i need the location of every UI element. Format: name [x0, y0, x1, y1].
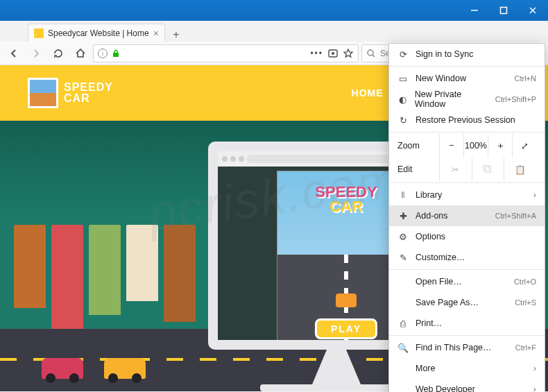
menu-new-private[interactable]: ◐New Private WindowCtrl+Shift+P [389, 89, 545, 110]
svg-rect-1 [501, 8, 507, 14]
print-icon: ⎙ [397, 318, 409, 329]
window-minimize-button[interactable] [465, 3, 484, 17]
brush-icon: ✎ [397, 253, 409, 263]
window-close-button[interactable] [523, 3, 542, 17]
lock-icon [112, 49, 120, 58]
forward-button[interactable] [26, 44, 46, 63]
menu-restore-session[interactable]: ↻Restore Previous Session [389, 110, 545, 130]
zoom-label: Zoom [397, 141, 439, 151]
nav-home[interactable]: HOME [352, 87, 384, 99]
page-actions-icon[interactable]: ••• [310, 49, 323, 58]
menu-zoom: Zoom − 100% ＋ ⤢ [389, 134, 545, 157]
app-menu: ⟳Sign in to Sync ▭New WindowCtrl+N ◐New … [388, 43, 545, 392]
car-icon [42, 358, 83, 379]
tab-favicon [34, 28, 44, 38]
menu-addons[interactable]: ✚Add-onsCtrl+Shift+A [389, 205, 545, 226]
menu-save-page[interactable]: Save Page As…Ctrl+S [389, 292, 545, 313]
menu-print[interactable]: ⎙Print… [389, 313, 545, 334]
window-maximize-button[interactable] [494, 3, 513, 17]
chevron-right-icon: › [533, 384, 536, 392]
restore-icon: ↻ [397, 115, 409, 126]
svg-point-6 [332, 52, 334, 55]
menu-library[interactable]: ⫴Library› [389, 185, 545, 205]
back-button[interactable] [4, 44, 24, 63]
menu-open-file[interactable]: Open File…Ctrl+O [389, 271, 545, 292]
url-bar[interactable]: i ••• [93, 44, 359, 62]
tab-close-icon[interactable]: × [153, 28, 159, 39]
edit-label: Edit [397, 164, 439, 174]
svg-line-8 [373, 55, 375, 57]
search-icon: 🔍 [397, 343, 409, 353]
gear-icon: ⚙ [397, 232, 409, 242]
zoom-in-button[interactable]: ＋ [488, 134, 512, 157]
paste-button[interactable]: 📋 [504, 157, 536, 181]
svg-rect-4 [113, 53, 119, 57]
logo-line2: CAR [64, 93, 113, 104]
chevron-right-icon: › [533, 364, 536, 373]
logo-text: SPEEDY CAR [64, 82, 113, 104]
mask-icon: ◐ [397, 94, 408, 105]
menu-sign-in[interactable]: ⟳Sign in to Sync [389, 44, 545, 65]
svg-point-7 [368, 50, 373, 56]
menu-find[interactable]: 🔍Find in This Page…Ctrl+F [389, 337, 545, 358]
logo-icon [28, 78, 58, 108]
site-logo[interactable]: SPEEDY CAR [28, 78, 113, 108]
bookmark-star-icon[interactable] [343, 48, 354, 59]
tab-title: Speedycar Website | Home [48, 28, 149, 38]
sync-icon: ⟳ [397, 49, 409, 60]
search-icon [366, 49, 376, 58]
cut-button[interactable]: ✂ [439, 157, 472, 181]
reader-icon[interactable] [327, 49, 339, 58]
info-icon[interactable]: i [98, 49, 108, 58]
library-icon: ⫴ [397, 189, 409, 201]
car-icon [104, 358, 146, 379]
tab-strip: Speedycar Website | Home × + [0, 21, 548, 42]
menu-options[interactable]: ⚙Options [389, 226, 545, 247]
window-icon: ▭ [397, 74, 409, 84]
menu-edit: Edit ✂ ⿻ 📋 [389, 157, 545, 181]
game-car-icon [336, 293, 357, 307]
new-tab-button[interactable]: + [169, 28, 183, 42]
addons-icon: ✚ [397, 211, 409, 221]
browser-tab[interactable]: Speedycar Website | Home × [28, 24, 165, 42]
logo-line1: SPEEDY [64, 82, 113, 93]
play-button[interactable]: PLAY [315, 318, 377, 339]
home-button[interactable] [71, 44, 90, 63]
menu-web-developer[interactable]: Web Developer› [389, 379, 545, 392]
window-titlebar [0, 0, 548, 21]
zoom-value: 100% [463, 134, 488, 157]
chevron-right-icon: › [533, 190, 536, 200]
fullscreen-button[interactable]: ⤢ [512, 134, 536, 157]
copy-button[interactable]: ⿻ [472, 157, 504, 181]
reload-button[interactable] [49, 44, 68, 63]
menu-new-window[interactable]: ▭New WindowCtrl+N [389, 68, 545, 89]
menu-customize[interactable]: ✎Customize… [389, 247, 545, 268]
zoom-out-button[interactable]: − [439, 134, 463, 157]
menu-more[interactable]: More› [389, 358, 545, 379]
